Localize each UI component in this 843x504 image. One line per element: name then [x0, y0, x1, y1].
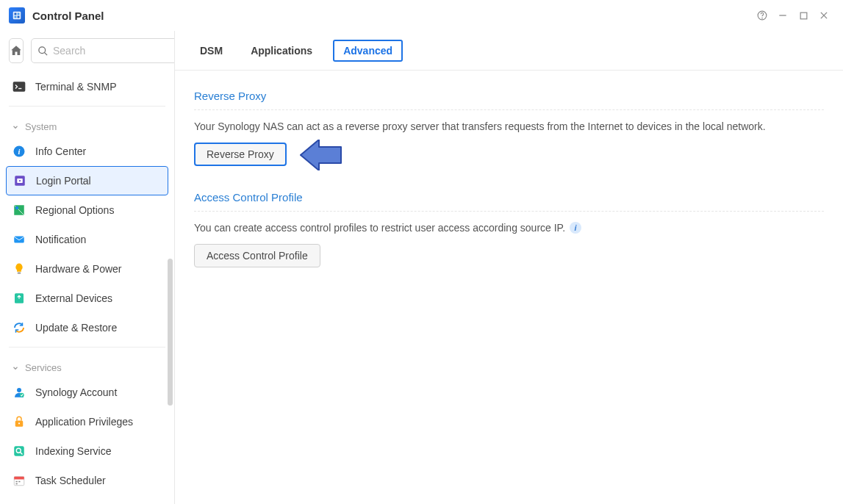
- group-system[interactable]: System: [6, 111, 168, 137]
- tab-bar: DSM Applications Advanced: [175, 31, 843, 71]
- sidebar-item-notification[interactable]: Notification: [6, 225, 168, 254]
- search-icon: [37, 46, 49, 57]
- notify-icon: [12, 232, 26, 247]
- access-control-profile-button[interactable]: Access Control Profile: [194, 244, 320, 267]
- info-icon: i: [12, 144, 26, 159]
- svg-point-27: [18, 422, 20, 424]
- sidebar-item-label: Info Center: [35, 145, 86, 157]
- chevron-down-icon: [12, 123, 19, 131]
- device-icon: [12, 291, 26, 306]
- section-description: Your Synology NAS can act as a reverse p…: [194, 120, 824, 132]
- scrollbar-thumb[interactable]: [168, 259, 173, 406]
- divider: [9, 106, 165, 107]
- group-label: System: [25, 121, 57, 132]
- svg-line-12: [44, 52, 47, 55]
- sidebar-item-label: Task Scheduler: [35, 475, 106, 486]
- bulb-icon: [12, 262, 26, 276]
- svg-point-20: [15, 206, 19, 210]
- sidebar-item-indexing-service[interactable]: Indexing Service: [6, 436, 168, 466]
- sidebar-item-task-scheduler[interactable]: Task Scheduler: [6, 466, 168, 495]
- svg-rect-34: [18, 481, 20, 483]
- group-services[interactable]: Services: [6, 352, 168, 378]
- tab-dsm[interactable]: DSM: [193, 40, 230, 61]
- arrow-annotation-icon: [297, 140, 348, 173]
- sidebar-item-login-portal[interactable]: Login Portal: [6, 166, 168, 195]
- search-doc-icon: [12, 444, 26, 458]
- lock-icon: [12, 414, 26, 429]
- tab-advanced[interactable]: Advanced: [333, 40, 403, 62]
- svg-rect-13: [13, 82, 26, 91]
- divider: [9, 347, 165, 348]
- window-title: Control Panel: [32, 10, 104, 22]
- sidebar-item-hardware-power[interactable]: Hardware & Power: [6, 254, 168, 284]
- tab-applications[interactable]: Applications: [243, 40, 320, 61]
- sidebar-item-info-center[interactable]: i Info Center: [6, 137, 168, 166]
- main-panel: DSM Applications Advanced Reverse Proxy …: [175, 31, 843, 504]
- svg-point-6: [762, 18, 763, 18]
- user-icon: [12, 385, 26, 400]
- chevron-down-icon: [12, 364, 19, 372]
- home-button[interactable]: [9, 38, 24, 63]
- svg-rect-4: [18, 16, 20, 18]
- svg-rect-0: [13, 12, 21, 20]
- sidebar-item-label: Terminal & SNMP: [35, 81, 116, 93]
- calendar-icon: [12, 473, 26, 488]
- sidebar-item-external-devices[interactable]: External Devices: [6, 284, 168, 313]
- sidebar-item-label: Update & Restore: [35, 322, 117, 334]
- sidebar-item-terminal-snmp[interactable]: Terminal & SNMP: [6, 72, 168, 101]
- svg-rect-33: [16, 481, 18, 483]
- close-button[interactable]: [814, 5, 834, 26]
- svg-point-11: [39, 46, 46, 53]
- svg-rect-1: [15, 13, 17, 15]
- sidebar-item-label: Synology Account: [35, 386, 117, 398]
- sidebar-item-label: External Devices: [35, 292, 112, 304]
- maximize-button[interactable]: [793, 5, 814, 26]
- terminal-icon: [12, 79, 26, 94]
- sidebar-item-label: Indexing Service: [35, 445, 112, 457]
- section-title: Reverse Proxy: [194, 85, 824, 110]
- sidebar-item-update-restore[interactable]: Update & Restore: [6, 313, 168, 342]
- svg-text:i: i: [18, 148, 21, 156]
- titlebar: Control Panel: [0, 0, 843, 31]
- svg-rect-21: [14, 237, 24, 243]
- svg-rect-32: [14, 477, 24, 480]
- globe-icon: [12, 203, 26, 217]
- svg-rect-3: [15, 16, 17, 18]
- svg-point-19: [19, 180, 21, 181]
- reverse-proxy-button[interactable]: Reverse Proxy: [194, 143, 287, 166]
- svg-rect-28: [14, 446, 24, 456]
- svg-rect-35: [16, 483, 18, 485]
- app-icon: [9, 7, 25, 24]
- search-input[interactable]: [53, 45, 175, 57]
- sidebar-item-application-privileges[interactable]: Application Privileges: [6, 407, 168, 436]
- info-icon[interactable]: i: [570, 222, 581, 234]
- sidebar-item-label: Regional Options: [35, 204, 114, 216]
- search-field[interactable]: [31, 38, 175, 63]
- sidebar-item-label: Hardware & Power: [35, 263, 122, 275]
- sidebar-item-label: Login Portal: [36, 175, 91, 187]
- svg-rect-8: [800, 12, 807, 19]
- sidebar-item-label: Application Privileges: [35, 416, 133, 428]
- group-label: Services: [25, 362, 62, 373]
- svg-rect-2: [18, 13, 20, 15]
- section-description: You can create access control profiles t…: [194, 222, 565, 234]
- sidebar: Terminal & SNMP System i Info Center Log…: [0, 31, 175, 504]
- refresh-icon: [12, 320, 26, 335]
- section-title: Access Control Profile: [194, 187, 824, 212]
- sidebar-item-synology-account[interactable]: Synology Account: [6, 378, 168, 407]
- minimize-button[interactable]: [772, 5, 793, 26]
- svg-point-24: [17, 388, 21, 392]
- svg-rect-22: [18, 273, 21, 274]
- help-button[interactable]: [752, 5, 772, 26]
- sidebar-item-label: Notification: [35, 234, 86, 245]
- sidebar-item-regional-options[interactable]: Regional Options: [6, 195, 168, 225]
- section-reverse-proxy: Reverse Proxy Your Synology NAS can act …: [194, 85, 824, 166]
- section-access-control: Access Control Profile You can create ac…: [194, 187, 824, 267]
- portal-icon: [12, 173, 27, 188]
